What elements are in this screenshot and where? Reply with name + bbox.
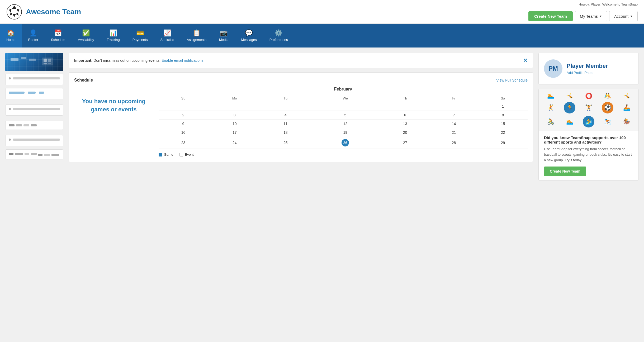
profile-card: PM Player Member Add Profile Photo bbox=[538, 53, 639, 84]
no-events-area: You have no upcoming games or events bbox=[74, 87, 153, 124]
nav-label-statistics: Statistics bbox=[160, 38, 174, 42]
sidebar-content-block-2 bbox=[5, 88, 63, 99]
assignments-icon: 📋 bbox=[193, 30, 201, 36]
calendar-day-3-2[interactable]: 18 bbox=[261, 128, 310, 137]
calendar-day-2-5[interactable]: 14 bbox=[429, 120, 478, 128]
calendar-day-4-1[interactable]: 24 bbox=[208, 137, 261, 149]
nav-item-availability[interactable]: ✅ Availability bbox=[72, 24, 100, 48]
nav-item-assignments[interactable]: 📋 Assignments bbox=[181, 24, 213, 48]
svg-rect-14 bbox=[48, 63, 51, 64]
calendar-day-0-5 bbox=[429, 102, 478, 111]
calendar-day-0-4 bbox=[381, 102, 429, 111]
nav-item-messages[interactable]: 💬 Messages bbox=[235, 24, 263, 48]
view-full-schedule-link[interactable]: View Full Schedule bbox=[496, 78, 528, 82]
sport-icon-gym: 🤼 bbox=[604, 93, 611, 99]
svg-rect-13 bbox=[44, 63, 47, 64]
calendar-day-1-0[interactable]: 2 bbox=[159, 111, 208, 120]
calendar-day-4-2[interactable]: 25 bbox=[261, 137, 310, 149]
calendar-day-3-5[interactable]: 21 bbox=[429, 128, 478, 137]
my-teams-label: My Teams bbox=[580, 14, 598, 18]
calendar-header-row: Su Mo Tu We Th Fr Sa bbox=[159, 95, 528, 102]
sports-card-body: Did you know TeamSnap supports over 100 … bbox=[539, 131, 638, 180]
calendar-day-1-5[interactable]: 7 bbox=[429, 111, 478, 120]
calendar-day-3-4[interactable]: 20 bbox=[381, 128, 429, 137]
legend-game-label: Game bbox=[164, 153, 173, 156]
legend-game: Game bbox=[159, 153, 173, 156]
gray-block-11 bbox=[51, 154, 59, 156]
sport-icon-jump: 🏋️ bbox=[585, 104, 592, 111]
header-left: Awesome Team bbox=[6, 4, 81, 20]
nav-item-payments[interactable]: 💳 Payments bbox=[126, 24, 154, 48]
enable-email-link[interactable]: Enable email notifications. bbox=[162, 58, 205, 63]
sidebar-row-5 bbox=[9, 139, 60, 141]
gray-block-5 bbox=[9, 153, 13, 155]
create-new-team-button[interactable]: Create New Team bbox=[528, 11, 573, 21]
sport-icon-rings: ⭕ bbox=[585, 93, 592, 99]
sport-icon-orange: ⚽ bbox=[602, 102, 613, 113]
calendar-legend: Game Event bbox=[159, 153, 528, 156]
nav-item-home[interactable]: 🏠 Home bbox=[0, 24, 22, 48]
calendar-week-2: 9101112131415 bbox=[159, 120, 528, 128]
sport-icon-swim-2: 🏊 bbox=[566, 118, 573, 125]
calendar-day-3-0[interactable]: 16 bbox=[159, 128, 208, 137]
calendar-day-1-2[interactable]: 4 bbox=[261, 111, 310, 120]
schedule-title: Schedule bbox=[74, 78, 93, 83]
calendar-day-4-6[interactable]: 29 bbox=[478, 137, 528, 149]
notice-close-button[interactable]: ✕ bbox=[523, 57, 528, 64]
main-layout: Important: Don't miss miss out on upcomi… bbox=[0, 48, 644, 186]
calendar-day-3-1[interactable]: 17 bbox=[208, 128, 261, 137]
notice-bar: Important: Don't miss miss out on upcomi… bbox=[69, 53, 533, 68]
home-icon: 🏠 bbox=[7, 30, 15, 36]
preferences-icon: ⚙️ bbox=[275, 30, 283, 36]
calendar-day-1-3[interactable]: 5 bbox=[310, 111, 381, 120]
calendar-day-2-4[interactable]: 13 bbox=[381, 120, 429, 128]
nav-item-media[interactable]: 📷 Media bbox=[213, 24, 235, 48]
calendar-day-4-4[interactable]: 27 bbox=[381, 137, 429, 149]
gray-block-9 bbox=[38, 154, 42, 156]
nav-item-schedule[interactable]: 📅 Schedule bbox=[45, 24, 72, 48]
calendar-day-4-5[interactable]: 28 bbox=[429, 137, 478, 149]
calendar-day-2-6[interactable]: 15 bbox=[478, 120, 528, 128]
sport-icon-run-1: 🤸 bbox=[566, 93, 573, 99]
account-button[interactable]: Account ▼ bbox=[609, 11, 638, 21]
gray-block-1 bbox=[9, 124, 15, 126]
calendar-day-2-3[interactable]: 12 bbox=[310, 120, 381, 128]
nav-item-preferences[interactable]: ⚙️ Preferences bbox=[263, 24, 294, 48]
day-header-we: We bbox=[310, 95, 381, 102]
team-banner bbox=[5, 53, 63, 71]
calendar-day-2-1[interactable]: 10 bbox=[208, 120, 261, 128]
sports-card-create-team-button[interactable]: Create New Team bbox=[544, 167, 586, 176]
calendar-day-4-3[interactable]: 26 bbox=[310, 137, 381, 149]
sidebar-gray-blocks bbox=[9, 124, 60, 126]
calendar-day-1-4[interactable]: 6 bbox=[381, 111, 429, 120]
calendar-day-2-0[interactable]: 9 bbox=[159, 120, 208, 128]
calendar-day-1-6[interactable]: 8 bbox=[478, 111, 528, 120]
day-header-tu: Tu bbox=[261, 95, 310, 102]
calendar-day-2-2[interactable]: 11 bbox=[261, 120, 310, 128]
nav-label-availability: Availability bbox=[78, 38, 94, 42]
sidebar-dot-2 bbox=[9, 108, 11, 110]
my-teams-button[interactable]: My Teams ▼ bbox=[575, 11, 607, 21]
today-highlight: 26 bbox=[342, 139, 349, 146]
legend-event: Event bbox=[179, 153, 193, 156]
calendar-day-3-3[interactable]: 19 bbox=[310, 128, 381, 137]
sport-icon-swim-1: 🏊 bbox=[547, 93, 554, 99]
calendar-week-4: 23242526272829 bbox=[159, 137, 528, 149]
no-events-text: You have no upcoming games or events bbox=[79, 97, 148, 114]
statistics-icon: 📈 bbox=[163, 30, 171, 36]
add-photo-link[interactable]: Add Profile Photo bbox=[567, 71, 593, 75]
nav-item-tracking[interactable]: 📊 Tracking bbox=[100, 24, 126, 48]
calendar-week-0: 1 bbox=[159, 102, 528, 111]
calendar-day-0-6[interactable]: 1 bbox=[478, 102, 528, 111]
sidebar-bar-3 bbox=[13, 139, 60, 141]
sidebar-row-3 bbox=[9, 108, 60, 110]
banner-pixels bbox=[5, 53, 58, 71]
calendar-day-3-6[interactable]: 22 bbox=[478, 128, 528, 137]
sport-icon-blue-1: 🏃 bbox=[564, 102, 575, 113]
calendar-week-1: 2345678 bbox=[159, 111, 528, 120]
nav-item-statistics[interactable]: 📈 Statistics bbox=[154, 24, 181, 48]
calendar-day-1-1[interactable]: 3 bbox=[208, 111, 261, 120]
nav-item-roster[interactable]: 👤 Roster bbox=[22, 24, 45, 48]
calendar-day-4-0[interactable]: 23 bbox=[159, 137, 208, 149]
sports-icons-area: 🏊 🤸 ⭕ 🤼 🤸 🤾 🏃 🏋️ ⚽ 🚣 🚴 🏊 🏄 ⛷️ bbox=[539, 89, 638, 131]
